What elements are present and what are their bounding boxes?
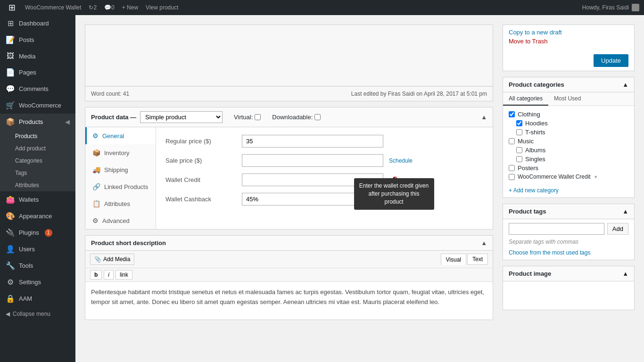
schedule-link[interactable]: Schedule (389, 157, 413, 164)
tags-collapse-btn[interactable]: ▲ (622, 208, 628, 215)
sale-price-input[interactable] (242, 154, 383, 167)
wallet-cashback-row: Wallet Cashback (165, 193, 483, 206)
downloadable-label: Downloadable: (272, 114, 313, 121)
tab-linked-products[interactable]: 🔗 Linked Products (85, 178, 156, 195)
link-button[interactable]: link (116, 270, 132, 280)
collapse-menu-button[interactable]: ◀ Collapse menu (0, 307, 75, 321)
copy-draft-link[interactable]: Copy to a new draft (509, 29, 628, 36)
image-collapse-btn[interactable]: ▲ (622, 270, 628, 277)
sidebar-item-media[interactable]: 🖼 Media (0, 48, 75, 64)
site-name-item[interactable]: WooCommerce Wallet (21, 0, 85, 15)
downloadable-checkbox[interactable] (314, 114, 321, 120)
products-submenu: Products Add product Categories Tags Att… (0, 130, 75, 191)
regular-price-input[interactable]: 35 (242, 135, 383, 148)
avatar (632, 4, 639, 11)
sidebar-item-products[interactable]: 📦 Products ◀ (0, 114, 75, 130)
sidebar-item-appearance[interactable]: 🎨 Appearance (0, 208, 75, 224)
format-buttons-bar: b i link (85, 268, 493, 282)
categories-tabs: All categories Most Used (503, 92, 634, 106)
category-checkbox-tshirts[interactable] (516, 129, 522, 135)
dashboard-icon: ⊞ (6, 19, 15, 28)
bold-label: b (94, 272, 98, 278)
sidebar-item-posts[interactable]: 📝 Posts (0, 32, 75, 48)
short-desc-editor-body[interactable]: Pellentesque habitant morbi tristique se… (85, 282, 493, 320)
sidebar-item-users[interactable]: 👤 Users (0, 241, 75, 257)
tab-attributes[interactable]: 📋 Attributes (85, 195, 156, 212)
category-checkbox-music[interactable] (509, 138, 515, 144)
category-checkbox-albums[interactable] (516, 147, 522, 153)
publish-box: Copy to a new draft Move to Trash Update (503, 25, 635, 71)
tags-input-row: Add (503, 219, 634, 239)
add-media-button[interactable]: 📎 Add Media (90, 254, 134, 265)
sidebar-item-woocommerce[interactable]: 🛒 WooCommerce (0, 97, 75, 114)
product-image-box: Product image ▲ (503, 266, 635, 310)
category-label-clothing: Clothing (518, 111, 540, 118)
sidebar-label-appearance: Appearance (19, 213, 52, 220)
product-tags-header: Product tags ▲ (503, 204, 634, 219)
sale-price-row: Sale price ($) Schedule (165, 154, 483, 167)
new-item[interactable]: + New (118, 0, 142, 15)
bold-button[interactable]: b (90, 270, 102, 280)
sale-price-label: Sale price ($) (165, 157, 236, 164)
product-data-collapse-btn[interactable]: ▲ (481, 114, 487, 121)
users-icon: 👤 (6, 245, 15, 254)
howdy-text: Howdy, Firas Saidi (582, 4, 629, 11)
product-image-header: Product image ▲ (503, 266, 634, 281)
categories-collapse-btn[interactable]: ▲ (622, 81, 628, 88)
linked-products-tab-icon: 🔗 (92, 183, 100, 190)
category-label-music: Music (518, 138, 534, 145)
wallet-credit-tooltip: Enter the wallet credit given after purc… (354, 178, 434, 209)
wallets-icon: 👛 (6, 195, 15, 204)
submenu-label-attributes: Attributes (15, 182, 39, 189)
submenu-item-categories[interactable]: Categories (0, 155, 75, 167)
add-new-category-link[interactable]: + Add new category (509, 187, 559, 194)
sidebar-item-aam[interactable]: 🔒 AAM (0, 290, 75, 307)
category-label-tshirts: T-shirts (525, 129, 545, 136)
category-checkbox-singles[interactable] (516, 156, 522, 162)
visual-tab[interactable]: Visual (441, 254, 466, 265)
tab-shipping[interactable]: 🚚 Shipping (85, 161, 156, 178)
comments-item[interactable]: 💬 0 (100, 0, 118, 15)
attributes-tab-icon: 📋 (92, 200, 100, 207)
italic-button[interactable]: i (104, 270, 114, 280)
wp-logo-item[interactable]: ⊞ (5, 0, 21, 15)
tab-inventory[interactable]: 📦 Inventory (85, 144, 156, 161)
view-product-item[interactable]: View product (142, 0, 182, 15)
wallet-credit-row: Wallet Credit ❓ Enter the wallet credit … (165, 173, 483, 186)
sidebar-item-dashboard[interactable]: ⊞ Dashboard (0, 15, 75, 32)
most-used-tab[interactable]: Most Used (548, 92, 586, 106)
sidebar-label-woocommerce: WooCommerce (19, 102, 61, 109)
virtual-checkbox[interactable] (255, 114, 261, 120)
short-desc-collapse-btn[interactable]: ▲ (481, 239, 487, 247)
tags-add-button[interactable]: Add (607, 223, 628, 235)
sidebar-item-wallets[interactable]: 👛 Wallets (0, 191, 75, 208)
category-checkbox-wc-wallet[interactable] (509, 174, 515, 180)
updates-item[interactable]: ↻ 2 (85, 0, 100, 15)
text-tab[interactable]: Text (467, 254, 488, 265)
category-checkbox-posters[interactable] (509, 165, 515, 171)
submenu-item-tags[interactable]: Tags (0, 167, 75, 179)
product-type-select[interactable]: Simple product Variable product Grouped … (140, 111, 223, 123)
sidebar-item-settings[interactable]: ⚙ Settings (0, 274, 75, 290)
wallet-credit-tooltip-wrap: ❓ Enter the wallet credit given after pu… (389, 176, 399, 184)
category-checkbox-hoodies[interactable] (516, 120, 522, 126)
updates-icon: ↻ (89, 4, 93, 11)
move-to-trash-link[interactable]: Move to Trash (509, 38, 628, 45)
sidebar-item-plugins[interactable]: 🔌 Plugins 1 (0, 224, 75, 241)
product-tabs: ⚙ General 📦 Inventory 🚚 Shipping 🔗 (85, 127, 156, 229)
sidebar-item-pages[interactable]: 📄 Pages (0, 64, 75, 81)
choose-tags-link[interactable]: Choose from the most used tags (509, 249, 590, 256)
tab-advanced[interactable]: ⚙ Advanced (85, 212, 156, 229)
submenu-item-attributes[interactable]: Attributes (0, 179, 75, 191)
product-data-label: Product data — (91, 114, 136, 121)
category-checkbox-clothing[interactable] (509, 111, 515, 117)
tags-input[interactable] (509, 223, 604, 235)
sidebar-item-comments[interactable]: 💬 Comments (0, 81, 75, 97)
tab-general[interactable]: ⚙ General (85, 127, 156, 144)
update-button[interactable]: Update (594, 54, 628, 67)
submenu-item-products-list[interactable]: Products (0, 130, 75, 142)
sidebar-item-tools[interactable]: 🔧 Tools (0, 257, 75, 274)
all-categories-tab[interactable]: All categories (503, 92, 548, 106)
linked-products-tab-label: Linked Products (104, 183, 148, 190)
submenu-item-add-product[interactable]: Add product (0, 142, 75, 155)
